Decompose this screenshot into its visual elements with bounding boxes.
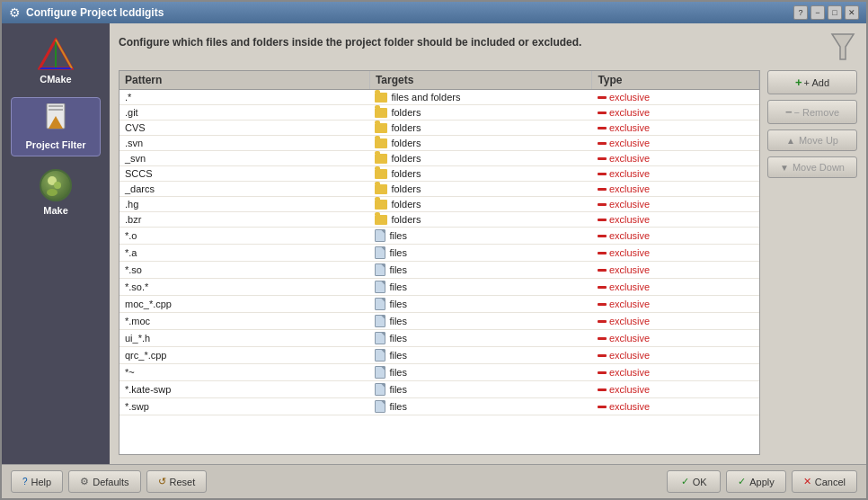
target-cell: folders: [369, 197, 591, 212]
exclusive-dash-icon: [598, 354, 607, 357]
target-cell: files: [369, 279, 591, 296]
project-filter-icon: [45, 103, 66, 136]
sidebar-item-project-filter[interactable]: Project Filter: [11, 97, 101, 156]
defaults-label: Defaults: [93, 477, 128, 487]
exclusive-label: exclusive: [609, 199, 650, 210]
pattern-cell: .*: [120, 90, 369, 105]
move-up-button[interactable]: ▲ Move Up: [767, 129, 857, 151]
table-row[interactable]: *.sofilesexclusive: [120, 262, 759, 279]
table-row[interactable]: qrc_*.cppfilesexclusive: [120, 347, 759, 364]
remove-label: − Remove: [794, 107, 839, 118]
table-row[interactable]: .*files and foldersexclusive: [120, 90, 759, 105]
target-label: files: [389, 316, 407, 326]
pattern-cell: qrc_*.cpp: [120, 347, 369, 364]
pattern-cell: _darcs: [120, 182, 369, 197]
sidebar-item-make[interactable]: Make: [11, 164, 101, 221]
type-cell: exclusive: [592, 313, 759, 330]
help-button[interactable]: ? Help: [11, 470, 63, 493]
exclusive-dash-icon: [598, 203, 607, 206]
minimize-btn[interactable]: −: [810, 5, 825, 20]
table-row[interactable]: _svnfoldersexclusive: [120, 151, 759, 166]
type-cell: exclusive: [592, 182, 759, 197]
table-row[interactable]: SCCSfoldersexclusive: [120, 166, 759, 182]
table-row[interactable]: *.ofilesexclusive: [120, 228, 759, 245]
folder-icon: [375, 215, 387, 225]
folder-icon: [375, 138, 387, 148]
type-cell: exclusive: [592, 228, 759, 245]
sidebar-item-cmake-label: CMake: [40, 74, 71, 85]
target-label: files: [389, 367, 407, 378]
pattern-cell: _svn: [120, 151, 369, 166]
window-title: Configure Project lcddigits: [26, 6, 164, 19]
pattern-cell: *.so: [120, 262, 369, 279]
target-label: files: [389, 281, 407, 292]
target-cell: files: [369, 313, 591, 330]
target-cell: folders: [369, 121, 591, 136]
reset-button[interactable]: ↺ Reset: [146, 470, 208, 493]
maximize-btn[interactable]: □: [828, 5, 842, 20]
exclusive-dash-icon: [598, 188, 607, 191]
exclusive-dash-icon: [598, 337, 607, 340]
help-title-btn[interactable]: ?: [793, 5, 808, 20]
file-icon: [375, 281, 385, 293]
target-label: files: [389, 247, 407, 258]
move-down-button[interactable]: ▼ Move Down: [767, 156, 857, 178]
target-cell: folders: [369, 182, 591, 197]
table-row[interactable]: moc_*.cppfilesexclusive: [120, 296, 759, 313]
exclusive-label: exclusive: [609, 122, 650, 133]
pattern-cell: .bzr: [120, 212, 369, 228]
table-row[interactable]: *.kate-swpfilesexclusive: [120, 381, 759, 398]
type-cell: exclusive: [592, 347, 759, 364]
table-row[interactable]: .svnfoldersexclusive: [120, 136, 759, 151]
pattern-cell: *.a: [120, 245, 369, 262]
patterns-table[interactable]: Pattern Targets Type .*files and folders…: [119, 70, 760, 455]
exclusive-dash-icon: [598, 112, 607, 114]
table-row[interactable]: _darcsfoldersexclusive: [120, 182, 759, 197]
table-row[interactable]: ui_*.hfilesexclusive: [120, 330, 759, 347]
defaults-icon: ⚙: [80, 476, 89, 487]
table-row[interactable]: .hgfoldersexclusive: [120, 197, 759, 212]
defaults-button[interactable]: ⚙ Defaults: [68, 470, 140, 493]
make-icon: [40, 169, 72, 201]
table-row[interactable]: .gitfoldersexclusive: [120, 105, 759, 121]
table-row[interactable]: *.mocfilesexclusive: [120, 313, 759, 330]
exclusive-dash-icon: [598, 127, 607, 129]
apply-button[interactable]: ✓ Apply: [726, 470, 786, 493]
pattern-cell: SCCS: [120, 166, 369, 182]
cancel-button[interactable]: ✕ Cancel: [792, 470, 857, 493]
type-cell: exclusive: [592, 381, 759, 398]
pattern-cell: *.swp: [120, 398, 369, 415]
table-row[interactable]: CVSfoldersexclusive: [120, 121, 759, 136]
table-row[interactable]: *~filesexclusive: [120, 364, 759, 381]
exclusive-dash-icon: [598, 219, 607, 221]
table-row[interactable]: .bzrfoldersexclusive: [120, 212, 759, 228]
table-row[interactable]: *.so.*filesexclusive: [120, 279, 759, 296]
exclusive-label: exclusive: [609, 264, 650, 275]
up-arrow-icon: ▲: [786, 136, 795, 146]
col-type: Type: [592, 71, 759, 90]
plus-icon: +: [795, 76, 802, 89]
cancel-x-icon: ✕: [803, 476, 811, 487]
exclusive-dash-icon: [598, 406, 607, 408]
target-label: folders: [391, 199, 421, 210]
exclusive-label: exclusive: [609, 281, 650, 292]
table-row[interactable]: *.afilesexclusive: [120, 245, 759, 262]
close-btn[interactable]: ✕: [845, 5, 859, 20]
remove-button[interactable]: − − Remove: [767, 100, 857, 124]
cancel-label: Cancel: [815, 477, 846, 487]
target-label: files: [389, 384, 407, 395]
target-cell: folders: [369, 136, 591, 151]
pattern-cell: moc_*.cpp: [120, 296, 369, 313]
type-cell: exclusive: [592, 105, 759, 121]
ok-check-icon: ✓: [681, 476, 689, 487]
table-row[interactable]: *.swpfilesexclusive: [120, 398, 759, 415]
svg-line-4: [40, 40, 56, 68]
sidebar-item-project-filter-label: Project Filter: [25, 139, 85, 150]
title-bar-left: ⚙ Configure Project lcddigits: [9, 5, 164, 20]
apply-label: Apply: [749, 477, 775, 487]
add-button[interactable]: + + Add: [767, 70, 857, 94]
ok-button[interactable]: ✓ OK: [667, 470, 721, 493]
type-cell: exclusive: [592, 166, 759, 182]
sidebar-item-cmake[interactable]: CMake: [11, 32, 101, 90]
file-icon: [375, 332, 385, 344]
